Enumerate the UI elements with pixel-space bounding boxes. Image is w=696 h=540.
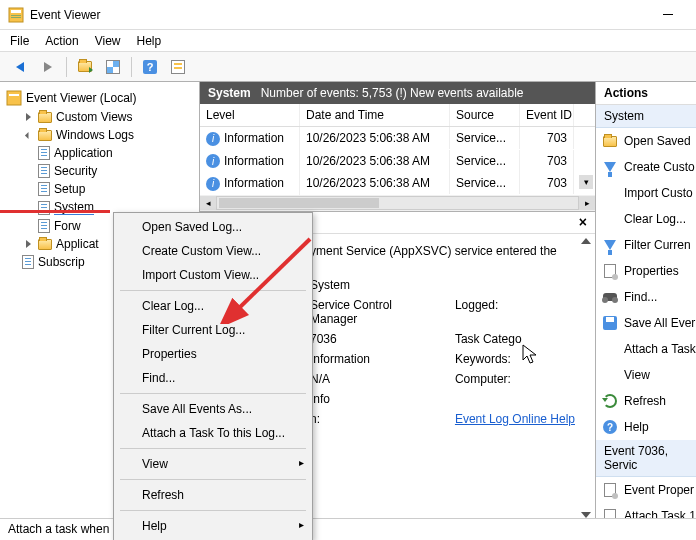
tree-root[interactable]: Event Viewer (Local) [4, 88, 195, 108]
action-open-saved[interactable]: Open Saved [596, 128, 696, 154]
ctx-create-custom[interactable]: Create Custom View... [114, 239, 312, 263]
statusbar: Attach a task when new events are fired … [0, 518, 696, 540]
action-save-all[interactable]: Save All Ever [596, 310, 696, 336]
online-help-link[interactable]: Event Log Online Help [455, 412, 575, 426]
sheet-button[interactable] [166, 55, 190, 79]
detail-message: yment Service (AppXSVC) service entered … [310, 244, 575, 258]
sheet-icon [171, 60, 185, 74]
col-level[interactable]: Level [200, 104, 300, 126]
forward-button[interactable] [36, 55, 60, 79]
log-icon [38, 146, 50, 160]
action-properties[interactable]: Properties [596, 258, 696, 284]
arrow-right-icon [44, 62, 52, 72]
tree-setup[interactable]: Setup [36, 180, 195, 198]
ctx-find[interactable]: Find... [114, 366, 312, 390]
event-viewer-icon [6, 90, 22, 106]
toolbar: ? [0, 52, 696, 82]
action-filter-log[interactable]: Filter Curren [596, 232, 696, 258]
ctx-properties[interactable]: Properties [114, 342, 312, 366]
action-import-custom[interactable]: Import Custo [596, 180, 696, 206]
action-help[interactable]: ?Help [596, 414, 696, 440]
menu-action[interactable]: Action [45, 34, 78, 48]
log-icon [38, 219, 50, 233]
info-icon: i [206, 177, 220, 191]
col-event-id[interactable]: Event ID [520, 104, 574, 126]
col-date[interactable]: Date and Time [300, 104, 450, 126]
context-menu: Open Saved Log... Create Custom View... … [113, 212, 313, 540]
titlebar: Event Viewer [0, 0, 696, 30]
tree-custom-views[interactable]: Custom Views [20, 108, 195, 126]
folder-icon [38, 130, 52, 141]
action-attach-task[interactable]: Attach a Task [596, 336, 696, 362]
action-view[interactable]: View [596, 362, 696, 388]
expander-icon[interactable] [22, 111, 34, 123]
save-icon [603, 316, 617, 330]
table-row[interactable]: iInformation 10/26/2023 5:06:38 AM Servi… [200, 150, 595, 173]
svg-rect-4 [7, 91, 21, 105]
menu-view[interactable]: View [95, 34, 121, 48]
ctx-open-saved[interactable]: Open Saved Log... [114, 215, 312, 239]
close-icon[interactable]: × [579, 214, 587, 230]
expander-icon[interactable] [22, 129, 34, 141]
action-create-custom[interactable]: Create Custo [596, 154, 696, 180]
properties-icon [604, 483, 616, 497]
table-row[interactable]: iInformation 10/26/2023 5:06:38 AM Servi… [200, 127, 595, 150]
grid-button[interactable] [101, 55, 125, 79]
scroll-up-icon[interactable] [581, 238, 591, 244]
question-icon: ? [143, 60, 157, 74]
menu-help[interactable]: Help [137, 34, 162, 48]
event-table: Level Date and Time Source Event ID iInf… [200, 104, 595, 212]
scroll-down-icon[interactable]: ▾ [579, 175, 593, 189]
ctx-import-custom[interactable]: Import Custom View... [114, 263, 312, 287]
ctx-attach-task[interactable]: Attach a Task To this Log... [114, 421, 312, 445]
folder-icon [603, 136, 617, 147]
annotation-underline [0, 210, 110, 213]
log-header: System Number of events: 5,753 (!) New e… [200, 82, 595, 104]
actions-pane: Actions System Open Saved Create Custo I… [596, 82, 696, 522]
tree-security[interactable]: Security [36, 162, 195, 180]
grid-icon [106, 60, 120, 74]
folder-open-icon [78, 61, 92, 72]
horizontal-scrollbar[interactable]: ◂ ▸ [200, 195, 595, 211]
info-icon: i [206, 132, 220, 146]
tree-application[interactable]: Application [36, 144, 195, 162]
menu-file[interactable]: File [10, 34, 29, 48]
funnel-icon [604, 162, 616, 172]
actions-section-event: Event 7036, Servic [596, 440, 696, 477]
table-header: Level Date and Time Source Event ID [200, 104, 595, 127]
funnel-icon [604, 240, 616, 250]
action-event-properties[interactable]: Event Proper [596, 477, 696, 503]
binoculars-icon [603, 293, 617, 301]
scroll-left-icon[interactable]: ◂ [200, 196, 216, 210]
ctx-help[interactable]: Help [114, 514, 312, 538]
action-clear-log[interactable]: Clear Log... [596, 206, 696, 232]
folder-icon [38, 112, 52, 123]
scroll-right-icon[interactable]: ▸ [579, 196, 595, 210]
table-row[interactable]: iInformation 10/26/2023 5:06:38 AM Servi… [200, 172, 595, 195]
scrollbar-thumb[interactable] [219, 198, 379, 208]
action-refresh[interactable]: Refresh [596, 388, 696, 414]
expander-icon[interactable] [22, 238, 34, 250]
arrow-left-icon [16, 62, 24, 72]
ctx-clear-log[interactable]: Clear Log... [114, 294, 312, 318]
log-icon [38, 164, 50, 178]
ctx-filter-log[interactable]: Filter Current Log... [114, 318, 312, 342]
help-tool-button[interactable]: ? [138, 55, 162, 79]
ctx-save-all[interactable]: Save All Events As... [114, 397, 312, 421]
open-folder-button[interactable] [73, 55, 97, 79]
back-button[interactable] [8, 55, 32, 79]
minimize-button[interactable] [648, 1, 688, 29]
properties-icon [604, 264, 616, 278]
col-source[interactable]: Source [450, 104, 520, 126]
action-find[interactable]: Find... [596, 284, 696, 310]
tree-windows-logs[interactable]: Windows Logs [20, 126, 195, 144]
menubar: File Action View Help [0, 30, 696, 52]
detail-properties: System Service Control ManagerLogged: 70… [310, 278, 575, 426]
svg-rect-5 [9, 94, 19, 96]
ctx-view[interactable]: View [114, 452, 312, 476]
ctx-refresh[interactable]: Refresh [114, 483, 312, 507]
info-icon: i [206, 154, 220, 168]
svg-rect-2 [11, 15, 21, 16]
log-summary: Number of events: 5,753 (!) New events a… [261, 86, 524, 100]
actions-header: Actions [596, 82, 696, 105]
